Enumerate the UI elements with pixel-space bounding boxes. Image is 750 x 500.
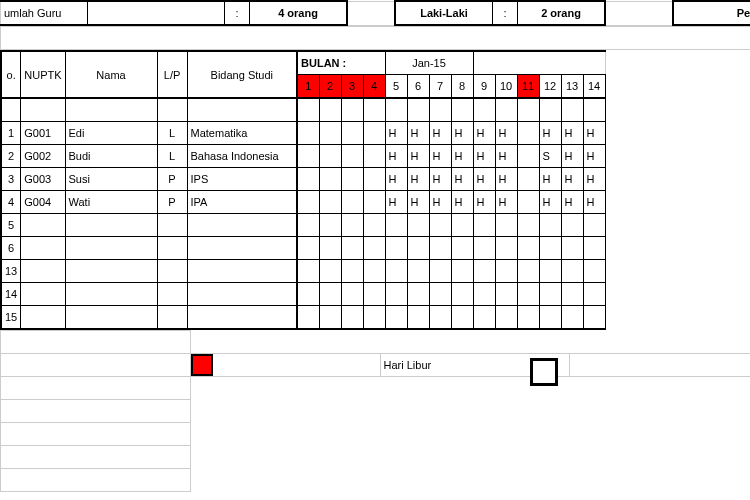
cell[interactable] [187, 283, 297, 306]
attendance-cell[interactable]: H [451, 168, 473, 191]
attendance-cell[interactable] [319, 283, 341, 306]
attendance-cell[interactable]: H [495, 145, 517, 168]
attendance-cell[interactable] [319, 122, 341, 145]
attendance-cell[interactable]: H [429, 168, 451, 191]
attendance-cell[interactable] [539, 283, 561, 306]
attendance-cell[interactable] [561, 306, 583, 330]
attendance-cell[interactable] [539, 214, 561, 237]
cell[interactable] [21, 283, 65, 306]
cell[interactable]: Wati [65, 191, 157, 214]
attendance-cell[interactable]: H [561, 168, 583, 191]
attendance-cell[interactable] [517, 260, 539, 283]
cell[interactable] [187, 214, 297, 237]
attendance-cell[interactable] [297, 122, 319, 145]
attendance-cell[interactable] [297, 283, 319, 306]
cell[interactable]: 15 [1, 306, 21, 330]
attendance-cell[interactable] [583, 283, 605, 306]
cell[interactable]: L [157, 122, 187, 145]
attendance-cell[interactable]: H [561, 122, 583, 145]
cell[interactable] [21, 260, 65, 283]
cell[interactable]: G003 [21, 168, 65, 191]
attendance-cell[interactable] [517, 168, 539, 191]
cell[interactable] [187, 237, 297, 260]
attendance-cell[interactable] [319, 168, 341, 191]
cell[interactable] [157, 306, 187, 330]
attendance-cell[interactable] [473, 214, 495, 237]
cell[interactable]: Susi [65, 168, 157, 191]
attendance-cell[interactable] [539, 237, 561, 260]
attendance-cell[interactable] [583, 214, 605, 237]
attendance-cell[interactable] [451, 306, 473, 330]
attendance-cell[interactable]: H [473, 122, 495, 145]
attendance-cell[interactable]: H [583, 168, 605, 191]
attendance-cell[interactable] [561, 283, 583, 306]
attendance-cell[interactable] [363, 122, 385, 145]
attendance-cell[interactable]: H [539, 168, 561, 191]
attendance-cell[interactable] [385, 260, 407, 283]
attendance-cell[interactable]: H [385, 122, 407, 145]
attendance-cell[interactable] [429, 306, 451, 330]
attendance-cell[interactable] [407, 214, 429, 237]
attendance-cell[interactable] [473, 306, 495, 330]
cell[interactable] [65, 237, 157, 260]
cell[interactable]: 1 [1, 122, 21, 145]
attendance-cell[interactable]: H [451, 122, 473, 145]
attendance-cell[interactable] [297, 191, 319, 214]
attendance-cell[interactable]: H [539, 191, 561, 214]
cell[interactable]: P [157, 191, 187, 214]
attendance-cell[interactable] [341, 237, 363, 260]
attendance-cell[interactable]: H [429, 191, 451, 214]
attendance-cell[interactable] [473, 237, 495, 260]
attendance-cell[interactable] [363, 145, 385, 168]
attendance-cell[interactable] [495, 283, 517, 306]
cell[interactable] [157, 283, 187, 306]
attendance-cell[interactable] [517, 237, 539, 260]
attendance-cell[interactable] [429, 237, 451, 260]
attendance-cell[interactable] [385, 237, 407, 260]
attendance-cell[interactable] [385, 306, 407, 330]
attendance-cell[interactable] [561, 214, 583, 237]
cell[interactable]: G002 [21, 145, 65, 168]
cell[interactable]: 13 [1, 260, 21, 283]
attendance-cell[interactable] [319, 260, 341, 283]
attendance-cell[interactable] [297, 306, 319, 330]
attendance-cell[interactable]: H [429, 145, 451, 168]
attendance-cell[interactable]: H [583, 145, 605, 168]
cell[interactable] [21, 237, 65, 260]
attendance-cell[interactable] [297, 168, 319, 191]
attendance-cell[interactable] [341, 260, 363, 283]
attendance-cell[interactable] [517, 122, 539, 145]
attendance-cell[interactable] [297, 237, 319, 260]
attendance-cell[interactable]: H [495, 168, 517, 191]
attendance-cell[interactable]: H [407, 145, 429, 168]
cell-cursor[interactable] [530, 358, 558, 386]
attendance-cell[interactable]: H [495, 191, 517, 214]
attendance-cell[interactable] [429, 283, 451, 306]
attendance-cell[interactable] [341, 122, 363, 145]
attendance-cell[interactable] [297, 214, 319, 237]
cell[interactable] [65, 260, 157, 283]
attendance-cell[interactable] [495, 306, 517, 330]
cell[interactable] [187, 260, 297, 283]
cell[interactable]: Budi [65, 145, 157, 168]
cell[interactable] [21, 306, 65, 330]
attendance-cell[interactable] [319, 191, 341, 214]
attendance-cell[interactable] [517, 306, 539, 330]
attendance-cell[interactable]: H [385, 145, 407, 168]
cell[interactable]: P [157, 168, 187, 191]
attendance-cell[interactable] [517, 145, 539, 168]
attendance-cell[interactable] [363, 168, 385, 191]
cell[interactable]: L [157, 145, 187, 168]
cell[interactable] [65, 306, 157, 330]
attendance-cell[interactable]: H [473, 145, 495, 168]
attendance-cell[interactable]: H [473, 168, 495, 191]
attendance-cell[interactable] [473, 260, 495, 283]
attendance-cell[interactable] [319, 214, 341, 237]
attendance-cell[interactable] [451, 214, 473, 237]
attendance-cell[interactable] [297, 260, 319, 283]
attendance-cell[interactable] [341, 283, 363, 306]
attendance-cell[interactable] [495, 214, 517, 237]
cell[interactable]: G001 [21, 122, 65, 145]
attendance-cell[interactable]: H [451, 145, 473, 168]
attendance-cell[interactable] [451, 237, 473, 260]
